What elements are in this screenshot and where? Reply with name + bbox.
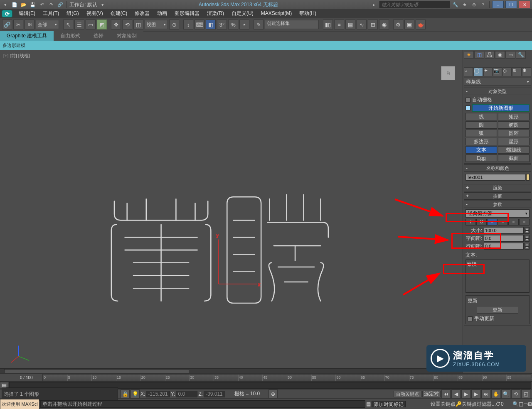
nav-all-icon[interactable]: ⊞ [528, 401, 532, 407]
menu-group[interactable]: 组(G) [63, 9, 82, 18]
viewport-front[interactable]: [+] [前] [线框] 前 [0, 50, 463, 373]
sub-cameras-icon[interactable]: 📷 [493, 67, 502, 76]
menu-modifiers[interactable]: 修改器 [131, 9, 153, 18]
workspace-dd-icon[interactable]: ▾ [99, 1, 106, 8]
shape-section[interactable]: 截面 [498, 154, 530, 162]
shape-ngon[interactable]: 多边形 [466, 138, 497, 145]
undo-icon[interactable]: ↶ [38, 1, 46, 8]
render-production-icon[interactable]: 🫖 [416, 20, 426, 29]
sub-systems-icon[interactable]: ✱ [522, 67, 531, 76]
coord-y[interactable]: 0.0 [176, 391, 197, 397]
ribbon-tab-graphite[interactable]: Graphite 建模工具 [0, 31, 54, 41]
object-name-input[interactable] [466, 174, 525, 181]
shape-arc[interactable]: 弧 [466, 130, 497, 137]
leading-spinner[interactable]: 0.0 [484, 243, 524, 250]
shape-line[interactable]: 线 [466, 113, 497, 120]
menu-rendering[interactable]: 渲染(R) [203, 9, 228, 18]
ribbon-tab-freeform[interactable]: 自由形式 [54, 31, 87, 41]
shape-circle[interactable]: 圆 [466, 121, 497, 129]
menu-views[interactable]: 视图(V) [83, 9, 107, 18]
sub-spacewarps-icon[interactable]: ≋ [512, 67, 521, 76]
setkey-button[interactable]: 设置关键点 [431, 401, 456, 408]
key-mode-icon[interactable]: 🔑 [456, 401, 462, 407]
selection-filter-dd[interactable]: 全部▾ [36, 20, 59, 29]
percent-snap-icon[interactable]: % [228, 20, 238, 29]
sub-shapes-icon[interactable]: ◯ [473, 67, 483, 76]
shape-donut[interactable]: 圆环 [498, 130, 530, 137]
nav-pan-icon[interactable]: ✋ [491, 389, 500, 399]
workspace-label[interactable]: 工作台: 默认 [69, 1, 97, 8]
rollout-render[interactable]: +渲染 [464, 184, 531, 191]
nav-fov-icon[interactable]: ◫ [519, 401, 523, 407]
select-scale-icon[interactable]: ◫ [133, 20, 143, 29]
sub-geom-icon[interactable]: ○ [464, 67, 473, 76]
help-search-input[interactable] [379, 1, 450, 8]
app-icon[interactable]: ⟳ [2, 10, 12, 17]
cmd-tab-utilities[interactable]: 🔧 [516, 51, 526, 59]
select-by-name-icon[interactable]: ☰ [74, 20, 84, 29]
minimize-button[interactable]: – [492, 1, 504, 8]
menu-edit[interactable]: 编辑(E) [15, 9, 39, 18]
selset-dd[interactable]: 选定对 [422, 391, 441, 397]
nav-max-icon[interactable]: ◱ [521, 389, 530, 399]
ribbon-tab-selection[interactable]: 选择 [87, 31, 110, 41]
pivot-center-icon[interactable]: ⊙ [169, 20, 179, 29]
timeline-track[interactable]: 0510152025303540455055606570758085909510… [42, 374, 531, 381]
ribbon-tab-objectpaint[interactable]: 对象绘制 [110, 31, 143, 41]
time-config-icon[interactable]: ⏱ [496, 401, 501, 407]
material-editor-icon[interactable]: ◉ [379, 20, 389, 29]
star-icon[interactable]: ★ [461, 1, 468, 8]
chevron-right-icon[interactable]: ▸ [370, 1, 378, 8]
text-input[interactable]: 秦陵 [466, 260, 530, 293]
autogrid-checkbox[interactable] [466, 98, 470, 103]
save-icon[interactable]: 💾 [29, 1, 37, 8]
select-object-icon[interactable]: ↖ [63, 20, 73, 29]
goto-start-icon[interactable]: ⏮ [441, 389, 451, 399]
leading-down-icon[interactable]: ▼ [525, 246, 530, 250]
edit-named-sel-icon[interactable]: ✎ [254, 20, 264, 29]
rollout-params[interactable]: -参数 [464, 201, 531, 208]
open-icon[interactable]: 📂 [20, 1, 27, 8]
kerning-down-icon[interactable]: ▼ [525, 238, 530, 242]
menu-customize[interactable]: 自定义(U) [228, 9, 257, 18]
select-rotate-icon[interactable]: ⟲ [122, 20, 132, 29]
help-icon[interactable]: ? [479, 1, 487, 8]
unlink-icon[interactable]: ✂ [13, 20, 23, 29]
addtime-icon[interactable]: ⊕ [268, 389, 278, 399]
coord-z[interactable]: -39.011 [204, 391, 225, 397]
menu-create[interactable]: 创建(C) [107, 9, 131, 18]
addtime-tag[interactable]: 添加时间标记 [372, 401, 406, 407]
shape-category-dd[interactable]: 样条线▾ [464, 78, 531, 86]
viewport-hscroll[interactable] [0, 368, 463, 373]
current-frame-input[interactable]: 0 [501, 401, 512, 407]
link-icon[interactable]: 🔗 [57, 1, 64, 8]
rendered-frame-icon[interactable]: ▣ [404, 20, 414, 29]
close-button[interactable]: ✕ [519, 1, 530, 8]
named-selection-input[interactable]: 创建选择集 [265, 20, 319, 29]
menu-help[interactable]: 帮助(H) [296, 9, 320, 18]
tool-icon[interactable]: 🔧 [452, 1, 459, 8]
isolate-icon[interactable]: 💡 [131, 389, 140, 399]
time-slider[interactable]: 0 / 100 05101520253035404550556065707580… [0, 373, 532, 381]
select-link-icon[interactable]: 🔗 [2, 20, 12, 29]
welcome-msg[interactable]: 欢迎使用 MAXSci [0, 399, 39, 409]
italic-toggle[interactable]: I [466, 219, 476, 225]
angle-snap-icon[interactable]: 3° [217, 20, 227, 29]
font-dd[interactable]: 经典繁方篆▾ [466, 209, 530, 218]
startnewshape-button[interactable]: 开始新图形 [472, 104, 530, 112]
render-setup-icon[interactable]: ⚙ [393, 20, 403, 29]
menu-grapheditors[interactable]: 图形编辑器 [171, 9, 203, 18]
rollout-object-type[interactable]: -对象类型 [464, 88, 531, 95]
new-icon[interactable]: 📄 [11, 1, 18, 8]
redo-icon[interactable]: ↷ [47, 1, 55, 8]
window-crossing-icon[interactable]: ◩ [97, 20, 107, 29]
leading-up-icon[interactable]: ▲ [525, 243, 530, 246]
color-swatch[interactable] [526, 174, 530, 181]
align-center-toggle[interactable]: ≡ [498, 219, 508, 225]
cmd-tab-display[interactable]: ▭ [505, 51, 515, 59]
menu-tools[interactable]: 工具(T) [39, 9, 63, 18]
nav-zoom2-icon[interactable]: 🔍 [512, 401, 519, 407]
schematic-view-icon[interactable]: ⊞ [368, 20, 378, 29]
manipulate-icon[interactable]: ↕ [183, 20, 193, 29]
sub-lights-icon[interactable]: ✦ [483, 67, 493, 76]
